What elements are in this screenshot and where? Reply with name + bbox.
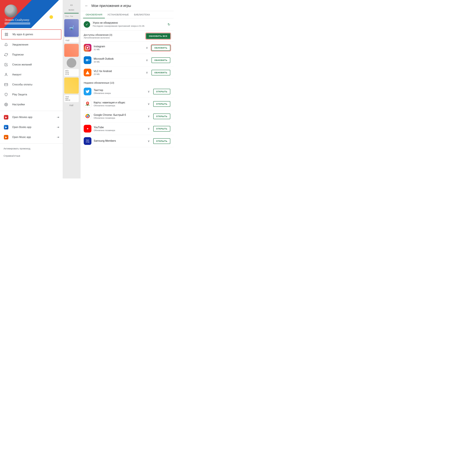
shield-icon	[4, 92, 9, 97]
sidebar-item-label: Уведомления	[12, 43, 59, 46]
auto-update-subtitle: Автообновление включено	[84, 37, 146, 39]
update-instagram-button[interactable]: ОБНОВИТЬ	[151, 45, 170, 51]
security-shield-icon: ✓	[84, 21, 90, 28]
books-app-icon: ▶	[4, 125, 9, 130]
chevron-down-icon: ∨	[148, 114, 150, 118]
instagram-lens	[87, 47, 88, 49]
twitter-name: Твиттер	[94, 89, 145, 92]
sidebar-item-payment[interactable]: Способы оплаты	[0, 80, 63, 90]
back-button[interactable]: ←	[84, 3, 89, 9]
refresh-icon	[4, 52, 9, 57]
twitter-info: Твиттер Обновлено вчера	[94, 89, 145, 94]
sidebar-promo-link[interactable]: Активировать промокод	[0, 145, 63, 152]
sidebar-item-settings[interactable]: Настройки	[0, 100, 63, 110]
open-twitter-button[interactable]: ОТКРЫТЬ	[153, 89, 170, 94]
open-maps-button[interactable]: ОТКРЫТЬ	[153, 101, 170, 107]
sidebar-item-account[interactable]: Аккаунт	[0, 70, 63, 80]
svg-point-4	[5, 73, 7, 74]
vlc-size: 20 МБ	[94, 73, 144, 75]
sidebar-item-open-movies[interactable]: ▶ Open Movies app ⇥	[0, 112, 63, 122]
center-yand: Yandlister289.00	[64, 95, 79, 102]
sidebar-item-wishlist[interactable]: Список желаний	[0, 60, 63, 70]
update-all-button[interactable]: ОБНОВИТЬ ВСЕ	[146, 33, 170, 39]
svg-point-14	[87, 103, 88, 104]
recently-updated-title: Недавно обновленные (13)	[80, 79, 174, 85]
avatar-image	[4, 5, 17, 17]
vlc-name: VLC for Android	[94, 70, 144, 73]
chevron-down-icon: ∨	[146, 58, 148, 62]
divider-2	[0, 143, 63, 144]
sidebar-item-label: Play Защита	[12, 93, 59, 96]
tab-library[interactable]: БИБЛИОТЕКА	[131, 11, 152, 18]
youtube-updated: Обновлено позавчера	[94, 129, 145, 132]
sidebar-help-link[interactable]: Справка/отзыв	[0, 152, 63, 159]
sidebar-item-label: Настройки	[12, 103, 59, 106]
svg-point-7	[6, 104, 7, 105]
outlook-name: Microsoft Outlook	[94, 57, 144, 60]
tab-installed[interactable]: УСТАНОВЛЕННЫЕ	[105, 11, 131, 18]
chevron-down-icon: ∨	[148, 127, 150, 130]
sidebar: Энакин Скайуокер My apps & games	[0, 0, 63, 179]
tab-updates[interactable]: ОБНОВЛЕНИЯ	[83, 11, 105, 18]
center-image-3	[64, 78, 79, 94]
refresh-button[interactable]: ↻	[168, 23, 170, 26]
app-item-outlook: O Microsoft Outlook 34 МБ ∨ ОБНОВИТЬ	[80, 54, 174, 66]
vlc-cone-shape	[86, 71, 89, 74]
google-dot-decoration	[49, 15, 53, 19]
security-subtitle: Последнее сканирование приложений: вчера…	[93, 25, 165, 27]
email-blur	[4, 22, 30, 25]
sidebar-item-subscriptions[interactable]: Подписки	[0, 50, 63, 60]
center-esche2: ЕЩЁ	[64, 103, 79, 107]
open-samsung-button[interactable]: ОТКРЫТЬ	[153, 138, 170, 144]
outlook-size: 34 МБ	[94, 61, 144, 63]
sidebar-item-label: Подписки	[12, 53, 59, 56]
instagram-flash	[88, 46, 89, 47]
app-item-samsung: Samsung Samsung Members ∨ ОТКРЫТЬ	[80, 135, 174, 147]
sidebar-header: Энакин Скайуокер	[0, 0, 63, 28]
sidebar-item-play-protect[interactable]: Play Защита	[0, 90, 63, 100]
sidebar-item-my-apps[interactable]: My apps & games	[1, 29, 61, 39]
open-youtube-button[interactable]: ОТКРЫТЬ	[153, 126, 170, 132]
app-item-instagram: Instagram 31 МБ ∨ ОБНОВИТЬ	[80, 42, 174, 54]
center-content: KS MUSIC 'Choi... Fan 🤿 ЕЩЁ AliExSmar63 …	[63, 0, 80, 179]
credit-card-icon	[4, 82, 9, 87]
maps-updated: Обновлено позавчера	[94, 104, 145, 107]
chevron-down-icon: ∨	[148, 102, 150, 106]
sidebar-item-open-music[interactable]: ▶ Open Music app ⇥	[0, 132, 63, 142]
instagram-inner	[85, 46, 90, 50]
samsung-icon: Samsung	[84, 137, 91, 145]
security-info: Угроз не обнаружено Последнее сканирован…	[93, 21, 165, 27]
check-square-icon	[4, 62, 9, 67]
instagram-name: Instagram	[94, 45, 144, 48]
center-tab-ks: KS	[64, 3, 79, 7]
sidebar-item-notifications[interactable]: Уведомления	[0, 40, 63, 50]
instagram-info: Instagram 31 МБ	[94, 45, 144, 51]
grid-icon	[4, 32, 9, 37]
open-chrome-button[interactable]: ОТКРЫТЬ	[153, 114, 170, 119]
bell-icon	[4, 42, 9, 47]
maps-info: Карты: навигация и общес Обновлено позав…	[94, 101, 145, 107]
security-title: Угроз не обнаружено	[93, 21, 165, 24]
svg-rect-2	[5, 35, 6, 36]
chrome-updated: Обновлено позавчера	[94, 117, 145, 119]
center-label-choice: 'Choi... Fan	[64, 15, 79, 18]
update-all-bar: Доступны обновления (3) Автообновление в…	[80, 31, 174, 42]
samsung-label: Samsung	[86, 139, 89, 143]
center-circle	[67, 58, 76, 68]
update-outlook-button[interactable]: ОБНОВИТЬ	[151, 57, 170, 63]
tabs-bar: ОБНОВЛЕНИЯ УСТАНОВЛЕННЫЕ БИБЛИОТЕКА	[80, 11, 174, 18]
chrome-icon	[84, 112, 91, 120]
center-label-esche: ЕЩЁ	[64, 38, 79, 43]
updates-info: Доступны обновления (3) Автообновление в…	[84, 33, 146, 39]
center-panel: KS MUSIC 'Choi... Fan 🤿 ЕЩЁ AliExSmar63 …	[63, 0, 80, 179]
center-tab-indicator	[64, 13, 79, 14]
app-item-chrome: Google Chrome: быстрый б Обновлено позав…	[80, 110, 174, 123]
outlook-info: Microsoft Outlook 34 МБ	[94, 57, 144, 63]
chevron-down-icon: ∨	[146, 71, 148, 74]
center-image-1: 🤿	[64, 19, 79, 37]
security-banner: ✓ Угроз не обнаружено Последнее сканиров…	[80, 18, 174, 31]
vlc-info: VLC for Android 20 МБ	[94, 70, 144, 75]
arrow-icon: ⇥	[57, 115, 59, 119]
sidebar-item-open-books[interactable]: ▶ Open Books app ⇥	[0, 122, 63, 132]
update-vlc-button[interactable]: ОБНОВИТЬ	[151, 70, 170, 75]
